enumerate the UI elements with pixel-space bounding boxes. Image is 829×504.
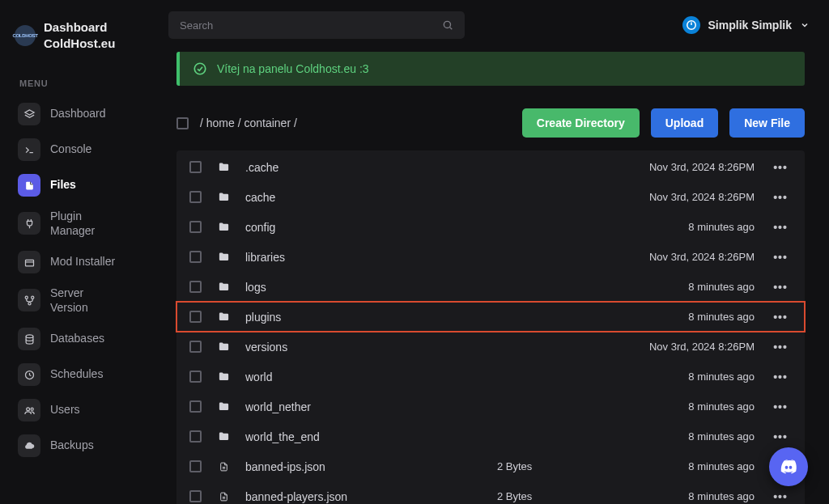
folder-icon xyxy=(216,161,231,173)
sidebar-item-plugin[interactable]: PluginManager xyxy=(15,206,144,241)
file-icon xyxy=(216,460,231,473)
row-more-icon[interactable]: ••• xyxy=(769,161,792,174)
search-input[interactable] xyxy=(180,19,442,32)
folder-icon xyxy=(216,251,231,263)
user-name: Simplik Simplik xyxy=(708,19,792,32)
breadcrumb[interactable]: / home / container / xyxy=(200,116,297,129)
users-icon xyxy=(18,399,40,421)
row-name: banned-ips.json xyxy=(245,460,483,473)
nav-list: DashboardConsoleFilesPluginManagerMod In… xyxy=(15,100,144,460)
topbar: Simplik Simplik xyxy=(168,11,810,39)
row-date: Nov 3rd, 2024 8:26PM xyxy=(609,161,755,173)
sidebar-item-mod-installer[interactable]: Mod Installer xyxy=(15,248,144,277)
sidebar-item-label: Dashboard xyxy=(50,107,106,121)
row-more-icon[interactable]: ••• xyxy=(769,311,792,324)
svg-point-9 xyxy=(26,407,29,410)
package-icon xyxy=(18,251,40,273)
brand[interactable]: COLDHOST Dashboard ColdHost.eu xyxy=(15,19,144,51)
clock-icon xyxy=(18,363,40,386)
sidebar-item-label: PluginManager xyxy=(50,210,95,238)
discord-fab[interactable] xyxy=(769,447,808,486)
file-row[interactable]: banned-players.json2 Bytes8 minutes ago•… xyxy=(176,481,805,504)
row-checkbox[interactable] xyxy=(189,281,202,293)
row-checkbox[interactable] xyxy=(189,161,202,173)
file-row[interactable]: logs8 minutes ago••• xyxy=(176,272,805,302)
row-more-icon[interactable]: ••• xyxy=(769,251,792,264)
database-icon xyxy=(18,328,40,350)
row-more-icon[interactable]: ••• xyxy=(769,281,792,294)
folder-icon xyxy=(216,221,231,233)
row-checkbox[interactable] xyxy=(189,341,202,353)
svg-rect-2 xyxy=(25,260,33,266)
row-checkbox[interactable] xyxy=(189,311,202,323)
file-row[interactable]: versionsNov 3rd, 2024 8:26PM••• xyxy=(176,332,805,362)
select-all-checkbox[interactable] xyxy=(176,117,189,129)
user-menu[interactable]: Simplik Simplik xyxy=(682,16,810,34)
row-date: 8 minutes ago xyxy=(609,430,755,443)
row-name: plugins xyxy=(245,311,483,324)
row-more-icon[interactable]: ••• xyxy=(769,191,792,204)
row-name: cache xyxy=(245,191,483,204)
row-name: versions xyxy=(245,341,483,354)
row-more-icon[interactable]: ••• xyxy=(769,400,792,413)
file-row[interactable]: config8 minutes ago••• xyxy=(176,212,805,242)
folder-icon xyxy=(216,281,231,293)
file-row[interactable]: plugins8 minutes ago••• xyxy=(176,302,805,332)
sidebar-item-console[interactable]: Console xyxy=(15,135,144,164)
search-box[interactable] xyxy=(168,11,465,39)
row-more-icon[interactable]: ••• xyxy=(769,430,792,443)
row-more-icon[interactable]: ••• xyxy=(769,341,792,354)
file-row[interactable]: .cacheNov 3rd, 2024 8:26PM••• xyxy=(176,152,805,182)
row-more-icon[interactable]: ••• xyxy=(769,371,792,383)
file-list: .cacheNov 3rd, 2024 8:26PM•••cacheNov 3r… xyxy=(176,150,805,504)
row-size: 2 Bytes xyxy=(497,460,594,472)
file-icon xyxy=(216,490,231,503)
branch-icon xyxy=(18,289,40,311)
file-row[interactable]: librariesNov 3rd, 2024 8:26PM••• xyxy=(176,242,805,272)
row-checkbox[interactable] xyxy=(189,460,202,472)
create-directory-button[interactable]: Create Directory xyxy=(522,108,640,138)
svg-point-4 xyxy=(25,296,28,299)
row-checkbox[interactable] xyxy=(189,400,202,413)
row-checkbox[interactable] xyxy=(189,430,202,443)
row-more-icon[interactable]: ••• xyxy=(769,221,792,234)
sidebar-item-dashboard[interactable]: Dashboard xyxy=(15,100,144,129)
content: Vítej na panelu Coldhost.eu :3 / home / … xyxy=(176,52,805,504)
user-avatar-icon xyxy=(682,16,700,34)
row-name: libraries xyxy=(245,251,483,264)
row-more-icon[interactable]: ••• xyxy=(769,490,792,503)
new-file-button[interactable]: New File xyxy=(729,108,805,138)
file-row[interactable]: cacheNov 3rd, 2024 8:26PM••• xyxy=(176,182,805,212)
sidebar-item-databases[interactable]: Databases xyxy=(15,324,144,354)
sidebar-item-label: Schedules xyxy=(50,367,103,382)
svg-point-6 xyxy=(28,302,30,304)
row-checkbox[interactable] xyxy=(189,191,202,203)
file-row[interactable]: world8 minutes ago••• xyxy=(176,362,805,392)
sidebar-item-server[interactable]: ServerVersion xyxy=(15,283,144,318)
sidebar-item-schedules[interactable]: Schedules xyxy=(15,360,144,389)
folder-icon xyxy=(216,311,231,323)
check-circle-icon xyxy=(193,61,207,76)
file-row[interactable]: banned-ips.json2 Bytes8 minutes ago••• xyxy=(176,451,805,481)
sidebar-item-users[interactable]: Users xyxy=(15,396,144,425)
row-size: 2 Bytes xyxy=(497,490,594,502)
file-row[interactable]: world_the_end8 minutes ago••• xyxy=(176,421,805,451)
row-checkbox[interactable] xyxy=(189,371,202,383)
sidebar-item-backups[interactable]: Backups xyxy=(15,431,144,460)
folder-icon xyxy=(216,341,231,353)
file-row[interactable]: world_nether8 minutes ago••• xyxy=(176,392,805,421)
upload-button[interactable]: Upload xyxy=(651,108,718,138)
row-checkbox[interactable] xyxy=(189,490,202,502)
sidebar-item-label: ServerVersion xyxy=(50,286,88,315)
brand-line1: Dashboard xyxy=(44,19,115,36)
welcome-banner-text: Vítej na panelu Coldhost.eu :3 xyxy=(217,62,369,75)
terminal-icon xyxy=(18,138,40,161)
sidebar-item-files[interactable]: Files xyxy=(15,171,144,200)
row-checkbox[interactable] xyxy=(189,251,202,263)
svg-marker-0 xyxy=(24,109,33,114)
layers-icon xyxy=(18,103,40,125)
row-name: .cache xyxy=(245,161,483,174)
folder-icon xyxy=(216,371,231,383)
row-checkbox[interactable] xyxy=(189,221,202,233)
sidebar-item-label: Console xyxy=(50,142,91,157)
